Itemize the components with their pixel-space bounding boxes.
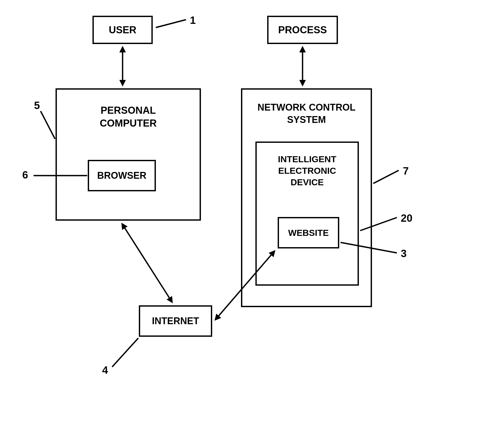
internet-box: INTERNET xyxy=(139,305,212,337)
ref-4: 4 xyxy=(102,364,108,376)
network-control-label: NETWORK CONTROL SYSTEM xyxy=(258,101,355,126)
ref-3: 3 xyxy=(401,248,407,259)
svg-line-10 xyxy=(373,170,399,183)
svg-line-6 xyxy=(156,20,186,28)
ref-1: 1 xyxy=(190,14,196,26)
browser-label: BROWSER xyxy=(97,170,146,181)
ref-20: 20 xyxy=(401,212,413,224)
ref-6: 6 xyxy=(22,169,28,181)
svg-line-4 xyxy=(122,224,172,302)
svg-line-9 xyxy=(112,338,138,367)
ref-7: 7 xyxy=(403,165,409,177)
ied-box: INTELLIGENT ELECTRONIC DEVICE xyxy=(255,142,359,286)
system-architecture-diagram: USER PROCESS PERSONAL COMPUTER BROWSER N… xyxy=(0,0,504,445)
ref-5: 5 xyxy=(34,100,40,111)
svg-line-7 xyxy=(41,111,55,139)
browser-box: BROWSER xyxy=(88,160,156,191)
website-box: WEBSITE xyxy=(278,217,339,248)
process-box: PROCESS xyxy=(267,16,338,44)
ied-label: INTELLIGENT ELECTRONIC DEVICE xyxy=(278,153,336,188)
internet-label: INTERNET xyxy=(152,316,199,327)
process-label: PROCESS xyxy=(278,24,327,36)
user-label: USER xyxy=(109,24,136,36)
user-box: USER xyxy=(92,16,153,44)
personal-computer-label: PERSONAL COMPUTER xyxy=(100,104,157,130)
website-label: WEBSITE xyxy=(288,228,329,238)
personal-computer-box: PERSONAL COMPUTER xyxy=(56,88,201,221)
